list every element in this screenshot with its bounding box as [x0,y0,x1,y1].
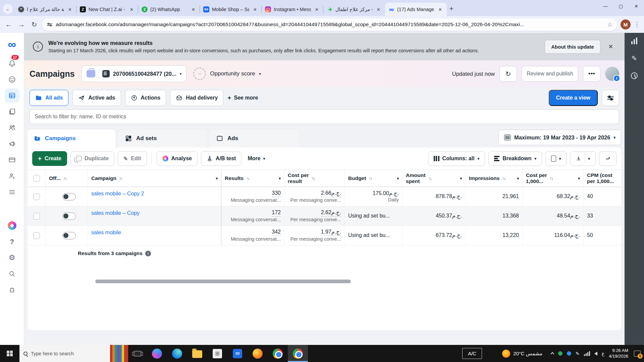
taskbar-app-mail-button[interactable]: ✉ [227,345,248,362]
more-dropdown[interactable]: More▾ [245,156,268,162]
taskbar-app-photos-button[interactable] [147,345,167,362]
column-header-results[interactable]: Results↑↓▾ [221,170,284,187]
chevron-down-icon[interactable]: ▾ [578,176,580,181]
about-this-update-button[interactable]: About this update [545,40,600,54]
pen-icon[interactable]: ✎ [576,351,580,356]
back-button[interactable]: ← [4,21,13,28]
view-settings-sliders-icon[interactable] [602,90,619,106]
tray-app-blue-icon[interactable] [567,351,571,356]
sort-arrows-icon[interactable]: ↑↓ [312,176,315,181]
tab-close-icon[interactable]: ✕ [437,6,443,13]
hidden-icons-chevron-icon[interactable] [550,352,554,356]
column-header-cpr[interactable]: Cost per result↑↓ [284,170,345,187]
campaign-name-link[interactable]: sales mobile – Copy [91,210,140,217]
duplicate-button[interactable]: Duplicate [70,151,114,166]
sort-arrows-icon[interactable]: ↑↓ [119,176,122,181]
sidebar-item-audiences[interactable] [5,121,19,135]
sidebar-item-account-overview[interactable] [5,72,19,86]
date-range-selector[interactable]: Maximum: 19 Mar 2023 - 19 Apr 2026 ▾ [498,130,621,145]
volume-icon[interactable] [594,352,597,356]
filter-chip-all-ads[interactable]: All ads [30,90,68,106]
bookmark-star-icon[interactable]: ☆ [607,21,612,28]
chevron-down-icon[interactable]: ▾ [216,176,218,181]
sort-arrows-icon[interactable]: ↑↓ [246,176,249,181]
ac-indicator[interactable]: A/C [462,348,482,359]
tab-ads[interactable]: Ads [210,129,298,147]
column-header-campaign[interactable]: Campaign↑↓▾ [88,170,221,187]
row-checkbox[interactable] [28,226,46,245]
taskbar-app-store-button[interactable]: ⊞ [207,345,227,362]
column-header-cpm[interactable]: CPM (cost per 1,000... [584,170,621,187]
sort-arrows-icon[interactable]: ↑↓ [502,176,505,181]
sort-arrows-icon[interactable]: ↑↓ [63,176,66,181]
tab-close-icon[interactable]: ✕ [375,6,382,13]
chevron-down-icon[interactable]: ▾ [279,176,281,181]
opportunity-score[interactable]: -- Opportunity score ▾ [193,67,261,80]
tab-close-icon[interactable]: ✕ [314,6,320,13]
charts-button[interactable] [599,151,616,166]
browser-tab-6[interactable]: مركز علاج اطفال - gab✕ [323,3,385,16]
taskbar-app-edge-button[interactable] [167,345,187,362]
browser-tab-1[interactable]: *دراسة حالة مركز علاج ا✕ [15,3,76,16]
taskbar-search-box[interactable]: Type here to search [19,345,110,362]
chevron-down-icon[interactable]: ▾ [397,176,399,181]
tab-close-icon[interactable]: ✕ [190,6,197,13]
taskbar-app-chrome-button[interactable] [268,345,288,362]
sidebar-item-ads-reporting[interactable] [5,137,19,151]
reload-button[interactable]: ↻ [30,20,39,28]
search-filter-input[interactable]: Search to filter by: name, ID or metrics [30,109,619,124]
sort-arrows-icon[interactable]: ↑↓ [550,176,553,181]
column-header-off[interactable]: Off...↑↓ [46,170,88,187]
info-icon[interactable]: i [145,251,151,256]
tab-close-icon[interactable]: ✕ [67,6,73,13]
weather-widget[interactable]: 20°C مشمس [502,345,542,362]
tray-app-green-icon[interactable] [558,351,562,356]
clock[interactable]: 9:26 AM 4/19/2026 [609,348,628,359]
refresh-button[interactable]: ↻ [499,66,517,81]
tab-close-icon[interactable]: ✕ [128,6,135,13]
campaign-off-toggle[interactable] [62,213,76,220]
meta-logo[interactable]: ∞ [8,37,16,52]
sort-arrows-icon[interactable]: ↑↓ [369,176,372,181]
sidebar-item-all-tools-menu[interactable] [5,185,19,199]
column-header-spent[interactable]: Amount spent↑↓▾ [402,170,466,187]
sidebar-item-pages[interactable] [5,105,19,119]
export-button[interactable]: ▾ [570,151,596,166]
select-all-checkbox[interactable] [28,170,46,187]
network-signal-icon[interactable] [584,351,590,356]
taskbar-app-chrome-active-button[interactable] [288,345,308,362]
row-checkbox[interactable] [28,187,46,206]
column-header-cp1000[interactable]: Cost per 1,000...↑↓▾ [523,170,584,187]
browser-tab-2[interactable]: ZNew Chat | Z.ai - Free✕ [76,3,138,16]
filter-chip-active-ads[interactable]: Active ads [72,90,121,106]
tab-search-chevron-icon[interactable]: ⌄ [3,4,13,14]
tab-campaigns[interactable]: Campaigns [28,129,115,147]
banner-close-icon[interactable]: ✕ [606,43,616,50]
create-a-view-button[interactable]: Create a view [549,90,598,106]
language-indicator[interactable]: ع [602,351,604,356]
start-button[interactable] [0,345,19,362]
taskbar-app-firefox-button[interactable] [248,345,268,362]
settings-gear-icon[interactable]: ⚙ [5,251,19,265]
site-settings-icon[interactable] [47,23,52,26]
chevron-down-icon[interactable]: ▾ [460,176,462,181]
browser-tab-5[interactable]: Instagram • Message✕ [262,3,323,16]
row-checkbox[interactable] [28,206,46,226]
columns-button[interactable]: Columns: all▾ [428,151,485,166]
user-avatar[interactable] [605,67,619,81]
filter-chip-had-delivery[interactable]: Had delivery [170,90,223,106]
window-minimize-button[interactable]: — [598,0,613,12]
report-bug-icon[interactable] [5,283,19,297]
filter-chip-actions[interactable]: Actions [125,90,166,106]
create-button[interactable]: +Create [32,151,67,166]
breakdown-button[interactable]: Breakdown▾ [488,151,542,166]
horizontal-scrollbar[interactable] [95,280,351,283]
sort-arrows-icon[interactable]: ↑↓ [428,176,431,181]
forward-button[interactable]: → [17,21,26,28]
window-close-button[interactable]: ✕ [629,0,644,12]
notifications-bell-icon[interactable]: 17 [5,56,19,70]
sidebar-item-business-settings[interactable] [5,169,19,183]
column-header-budget[interactable]: Budget↑↓▾ [345,170,402,187]
campaign-name-link[interactable]: sales mobile [91,229,121,236]
ab-test-button[interactable]: A/B test [201,151,241,166]
